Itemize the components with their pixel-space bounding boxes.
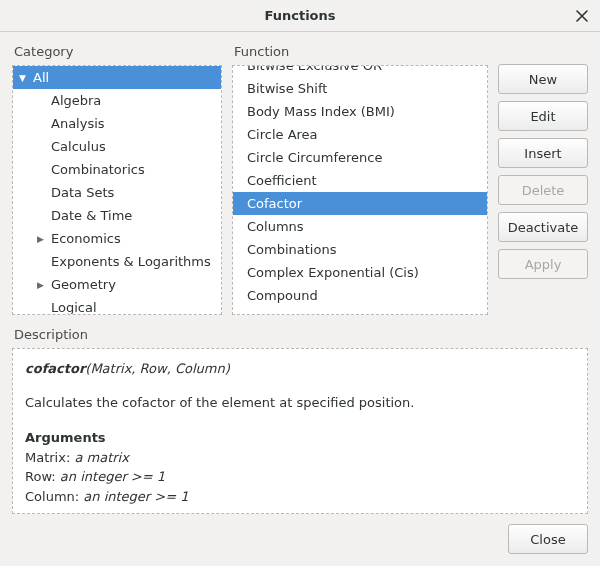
function-label: Function: [234, 44, 488, 59]
function-item[interactable]: Circle Circumference: [233, 146, 487, 169]
description-label: Description: [14, 327, 588, 342]
function-list[interactable]: Bitwise Exclusive ORBitwise ShiftBody Ma…: [232, 65, 488, 315]
argument-name: Row:: [25, 469, 60, 484]
function-item[interactable]: Circle Area: [233, 123, 487, 146]
category-item-label: Logical: [51, 300, 97, 315]
deactivate-button[interactable]: Deactivate: [498, 212, 588, 242]
category-item-label: Data Sets: [51, 185, 114, 200]
function-item-label: Circle Area: [247, 127, 318, 142]
category-item-label: Economics: [51, 231, 121, 246]
window-title: Functions: [0, 8, 600, 23]
function-item-label: Circle Circumference: [247, 150, 382, 165]
category-item-label: Date & Time: [51, 208, 132, 223]
arguments-heading: Arguments: [25, 428, 575, 448]
signature-name: cofactor: [25, 361, 85, 376]
function-panel: Function Bitwise Exclusive ORBitwise Shi…: [232, 40, 488, 315]
upper-row: Category ▼AllAlgebraAnalysisCalculusComb…: [12, 40, 588, 315]
function-item-label: Complex Exponential (Cis): [247, 265, 419, 280]
category-label: Category: [14, 44, 222, 59]
function-item-label: Bitwise Exclusive OR: [247, 65, 382, 73]
function-item-label: Compound: [247, 288, 318, 303]
chevron-down-icon[interactable]: ▼: [19, 73, 33, 83]
edit-button[interactable]: Edit: [498, 101, 588, 131]
category-item-label: Exponents & Logarithms: [51, 254, 211, 269]
description-panel: Description cofactor(Matrix, Row, Column…: [12, 323, 588, 514]
function-item[interactable]: Combinations: [233, 238, 487, 261]
category-item-label: Analysis: [51, 116, 105, 131]
dialog-footer: Close: [12, 522, 588, 554]
function-item-label: Bitwise Shift: [247, 81, 327, 96]
function-item[interactable]: Cofactor: [233, 192, 487, 215]
insert-button[interactable]: Insert: [498, 138, 588, 168]
chevron-right-icon[interactable]: ▶: [37, 280, 51, 290]
argument-value: a matrix: [74, 450, 128, 465]
dialog-content: Category ▼AllAlgebraAnalysisCalculusComb…: [0, 32, 600, 566]
chevron-right-icon[interactable]: ▶: [37, 234, 51, 244]
category-item-label: Combinatorics: [51, 162, 145, 177]
function-item-label: Cofactor: [247, 196, 302, 211]
category-item[interactable]: ▶Economics: [13, 227, 221, 250]
category-list[interactable]: ▼AllAlgebraAnalysisCalculusCombinatorics…: [12, 65, 222, 315]
argument-name: Column:: [25, 489, 83, 504]
function-item[interactable]: Complex Exponential (Cis): [233, 261, 487, 284]
category-item[interactable]: ▶Geometry: [13, 273, 221, 296]
signature-args: (Matrix, Row, Column): [85, 361, 229, 376]
category-item[interactable]: Calculus: [13, 135, 221, 158]
function-item-label: Coefficient: [247, 173, 317, 188]
apply-button: Apply: [498, 249, 588, 279]
category-item-label: Algebra: [51, 93, 101, 108]
category-panel: Category ▼AllAlgebraAnalysisCalculusComb…: [12, 40, 222, 315]
function-item-label: Combinations: [247, 242, 336, 257]
category-item[interactable]: Data Sets: [13, 181, 221, 204]
category-item[interactable]: Combinatorics: [13, 158, 221, 181]
close-button[interactable]: Close: [508, 524, 588, 554]
function-item[interactable]: Columns: [233, 215, 487, 238]
new-button[interactable]: New: [498, 64, 588, 94]
category-item-label: Geometry: [51, 277, 116, 292]
function-item[interactable]: Body Mass Index (BMI): [233, 100, 487, 123]
function-item[interactable]: Bitwise Shift: [233, 77, 487, 100]
argument-value: an integer >= 1: [83, 489, 188, 504]
function-item[interactable]: Coefficient: [233, 169, 487, 192]
category-item-label: All: [33, 70, 49, 85]
titlebar: Functions: [0, 0, 600, 32]
delete-button: Delete: [498, 175, 588, 205]
description-body: Calculates the cofactor of the element a…: [25, 393, 575, 413]
button-panel: New Edit Insert Delete Deactivate Apply: [498, 40, 588, 315]
category-item[interactable]: Algebra: [13, 89, 221, 112]
argument-name: Matrix:: [25, 450, 74, 465]
function-item[interactable]: Compound: [233, 284, 487, 307]
argument-line: Matrix: a matrix: [25, 448, 575, 468]
arguments-list: Matrix: a matrixRow: an integer >= 1Colu…: [25, 448, 575, 507]
category-item[interactable]: Logical: [13, 296, 221, 315]
category-item[interactable]: Analysis: [13, 112, 221, 135]
description-signature: cofactor(Matrix, Row, Column): [25, 359, 575, 379]
function-item-label: Columns: [247, 219, 304, 234]
close-icon[interactable]: [574, 8, 590, 24]
argument-value: an integer >= 1: [60, 469, 165, 484]
category-item[interactable]: Date & Time: [13, 204, 221, 227]
category-item-all[interactable]: ▼All: [13, 66, 221, 89]
category-item[interactable]: Exponents & Logarithms: [13, 250, 221, 273]
category-item-label: Calculus: [51, 139, 106, 154]
description-box: cofactor(Matrix, Row, Column) Calculates…: [12, 348, 588, 514]
function-item-label: Body Mass Index (BMI): [247, 104, 395, 119]
argument-line: Row: an integer >= 1: [25, 467, 575, 487]
argument-line: Column: an integer >= 1: [25, 487, 575, 507]
function-item[interactable]: Bitwise Exclusive OR: [233, 65, 487, 77]
